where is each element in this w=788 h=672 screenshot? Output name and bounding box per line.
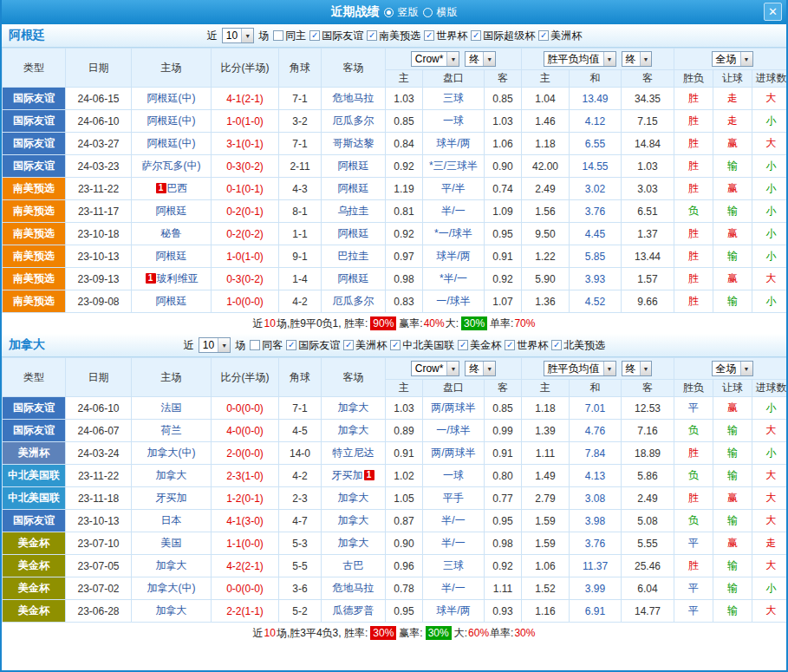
away-team-link[interactable]: 特立尼达: [333, 447, 374, 459]
competition-filter-checkbox[interactable]: ✓国际超级杯: [471, 29, 535, 43]
away-team-link[interactable]: 危地马拉: [333, 582, 374, 594]
avg-odds-select[interactable]: 胜平负均值▼: [544, 361, 616, 376]
match-row: 美金杯23-06-28加拿大2-2(1-1)5-2瓜德罗普0.95球半/两0.9…: [3, 600, 788, 623]
handicap-verdict-cell: 赢: [713, 397, 752, 420]
odds-stage-select[interactable]: 终▼: [465, 51, 496, 67]
home-team-link[interactable]: 法国: [161, 401, 182, 414]
bookmaker-select[interactable]: Crow*▼: [411, 51, 460, 67]
col-avg-away: 客: [622, 70, 674, 88]
home-team-link[interactable]: 萨尔瓦多(中): [142, 160, 201, 172]
handicap-cell: 两/两球半: [423, 442, 485, 465]
away-team-link[interactable]: 哥斯达黎: [333, 137, 374, 149]
recent-count-select[interactable]: 10▼: [222, 28, 254, 43]
away-team-link[interactable]: 加拿大: [338, 424, 369, 436]
away-team-link[interactable]: 乌拉圭: [338, 205, 369, 217]
ah-home-odds-cell: 0.95: [386, 600, 423, 623]
competition-filter-checkbox[interactable]: ✓南美预选: [367, 29, 420, 43]
away-team-link[interactable]: 瓜德罗普: [333, 604, 374, 617]
avg-draw-odds-cell: 14.55: [570, 155, 622, 178]
away-team-link[interactable]: 阿根廷: [338, 182, 369, 194]
home-team-cell: 1玻利维亚: [132, 268, 212, 290]
home-team-link[interactable]: 巴西: [167, 182, 188, 194]
ah-away-odds-cell: 0.80: [485, 465, 522, 487]
layout-horizontal-label[interactable]: 横版: [437, 5, 458, 20]
avg-odds-select[interactable]: 胜平负均值▼: [544, 51, 616, 67]
home-team-link[interactable]: 加拿大: [156, 469, 187, 481]
competition-filter-checkbox[interactable]: ✓美洲杯: [538, 29, 582, 43]
date-cell: 23-09-13: [66, 268, 132, 290]
close-icon[interactable]: ✕: [764, 3, 782, 21]
period-select[interactable]: 全场▼: [712, 361, 753, 376]
away-team-link[interactable]: 阿根廷: [338, 272, 369, 284]
result-cell: 胜: [674, 223, 713, 245]
home-team-link[interactable]: 阿根廷(中): [147, 114, 196, 127]
competition-type-cell: 南美预选: [3, 223, 66, 245]
score-cell: 0-2(0-1): [212, 200, 279, 223]
score-cell: 1-2(0-1): [212, 487, 279, 510]
period-select[interactable]: 全场▼: [712, 51, 753, 67]
competition-filter-checkbox[interactable]: ✓中北美国联: [390, 338, 454, 353]
away-team-link[interactable]: 厄瓜多尔: [333, 114, 374, 127]
home-team-link[interactable]: 阿根廷(中): [147, 137, 196, 149]
layout-vertical-radio[interactable]: [384, 8, 394, 17]
bookmaker-select[interactable]: Crow*▼: [411, 361, 460, 376]
home-team-link[interactable]: 加拿大: [156, 604, 187, 617]
competition-filter-checkbox[interactable]: ✓世界杯: [424, 29, 467, 43]
home-team-link[interactable]: 加拿大(中): [147, 447, 196, 459]
date-cell: 23-07-05: [66, 555, 132, 577]
away-team-link[interactable]: 加拿大: [338, 514, 369, 526]
avg-stage-select[interactable]: 终▼: [622, 361, 653, 376]
away-team-link[interactable]: 厄瓜多尔: [333, 295, 374, 307]
home-team-link[interactable]: 秘鲁: [161, 227, 182, 239]
home-team-cell: 加拿大(中): [132, 442, 212, 465]
competition-type-cell: 国际友谊: [3, 133, 66, 155]
avg-home-odds-cell: 9.50: [522, 223, 570, 245]
competition-filter-checkbox[interactable]: ✓世界杯: [505, 338, 548, 353]
avg-away-odds-cell: 1.37: [622, 223, 674, 245]
avg-home-odds-cell: 1.46: [522, 110, 570, 133]
away-team-link[interactable]: 牙买加: [332, 469, 363, 481]
ah-away-odds-cell: 0.91: [485, 442, 522, 465]
competition-type-cell: 国际友谊: [3, 88, 66, 110]
competition-type-cell: 国际友谊: [3, 420, 66, 442]
home-team-link[interactable]: 美国: [161, 537, 182, 549]
home-team-cell: 阿根廷(中): [132, 133, 212, 155]
same-venue-checkbox[interactable]: 同主: [273, 29, 306, 43]
home-team-link[interactable]: 日本: [161, 514, 182, 526]
away-team-link[interactable]: 古巴: [343, 559, 364, 571]
away-team-cell: 阿根廷: [322, 223, 386, 245]
home-team-link[interactable]: 阿根廷: [156, 295, 187, 307]
away-team-link[interactable]: 加拿大: [338, 401, 369, 414]
home-team-link[interactable]: 阿根廷: [156, 250, 187, 262]
competition-filter-checkbox[interactable]: ✓北美预选: [551, 338, 605, 353]
away-team-link[interactable]: 危地马拉: [333, 92, 374, 104]
away-team-link[interactable]: 巴拉圭: [338, 250, 369, 262]
home-team-link[interactable]: 牙买加: [156, 492, 187, 504]
competition-filter-checkbox[interactable]: ✓美金杯: [458, 338, 501, 353]
chevron-down-icon: ▼: [446, 52, 459, 66]
away-team-cell: 阿根廷: [322, 268, 386, 290]
competition-filter-checkbox[interactable]: ✓美洲杯: [343, 338, 387, 353]
layout-vertical-label[interactable]: 竖版: [398, 5, 419, 20]
home-team-link[interactable]: 阿根廷: [156, 205, 187, 217]
home-team-link[interactable]: 阿根廷(中): [147, 92, 196, 104]
away-team-link[interactable]: 阿根廷: [338, 227, 369, 239]
odds-stage-select[interactable]: 终▼: [465, 361, 496, 376]
away-team-link[interactable]: 阿根廷: [338, 160, 369, 172]
ah-home-odds-cell: 0.84: [386, 133, 423, 155]
home-team-link[interactable]: 玻利维亚: [157, 272, 199, 284]
col-date: 日期: [66, 358, 132, 397]
home-team-link[interactable]: 加拿大(中): [147, 582, 196, 594]
layout-horizontal-radio[interactable]: [423, 8, 433, 17]
recent-count-select[interactable]: 10▼: [199, 337, 231, 353]
home-team-link[interactable]: 加拿大: [156, 559, 187, 571]
result-cell: 胜: [674, 178, 713, 200]
competition-filter-checkbox[interactable]: ✓国际友谊: [286, 338, 340, 353]
competition-filter-checkbox[interactable]: ✓国际友谊: [309, 29, 363, 43]
avg-stage-select[interactable]: 终▼: [622, 51, 653, 67]
away-team-link[interactable]: 加拿大: [338, 492, 369, 504]
home-team-link[interactable]: 荷兰: [161, 424, 182, 436]
away-team-link[interactable]: 加拿大: [338, 537, 369, 549]
goals-verdict-cell: 小: [752, 223, 788, 245]
same-venue-checkbox[interactable]: 同客: [250, 338, 283, 353]
